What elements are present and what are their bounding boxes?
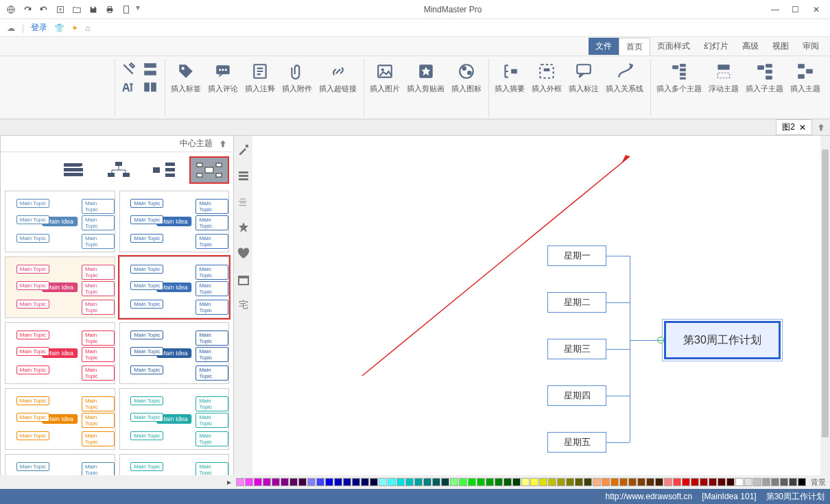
color-swatch[interactable] [566, 478, 574, 486]
rib-format[interactable] [121, 59, 136, 95]
color-swatch[interactable] [468, 478, 476, 486]
color-swatch[interactable] [682, 478, 690, 486]
child-4[interactable]: 星期四 [547, 385, 606, 406]
color-swatch[interactable] [753, 478, 761, 486]
color-swatch[interactable] [637, 478, 645, 486]
theme-card[interactable]: Main IdeaMain TopicMain TopicMain TopicM… [119, 454, 230, 475]
color-swatch[interactable] [503, 478, 512, 486]
color-swatch[interactable] [798, 478, 806, 486]
rib-tag[interactable]: 插入标签 [171, 59, 201, 94]
color-swatch[interactable] [307, 478, 316, 486]
color-swatch[interactable] [254, 478, 262, 486]
color-swatch[interactable] [602, 478, 610, 486]
color-swatch[interactable] [718, 478, 726, 486]
color-swatch[interactable] [619, 478, 628, 486]
child-2[interactable]: 星期二 [547, 292, 606, 313]
color-swatch[interactable] [771, 478, 779, 486]
color-swatch[interactable] [610, 478, 619, 486]
open-icon[interactable] [70, 3, 84, 16]
export-icon[interactable] [54, 3, 67, 16]
color-swatch[interactable] [700, 478, 708, 486]
color-swatch[interactable] [343, 478, 351, 486]
theme-card[interactable]: Main IdeaMain TopicMain TopicMain TopicM… [119, 256, 230, 318]
theme-card[interactable]: Main IdeaMain TopicMain TopicMain TopicM… [5, 388, 115, 450]
list-icon[interactable] [237, 169, 250, 182]
rib-attach[interactable]: 插入附件 [282, 59, 312, 94]
rib-mini[interactable] [143, 59, 158, 95]
layout-radial[interactable] [191, 158, 228, 182]
color-swatch[interactable] [557, 478, 565, 486]
save-icon[interactable] [86, 3, 100, 16]
brush-icon[interactable] [237, 143, 250, 156]
color-swatch[interactable] [361, 478, 369, 486]
star-icon[interactable] [237, 221, 250, 235]
color-swatch[interactable] [379, 478, 387, 486]
color-swatch[interactable] [691, 478, 699, 486]
menu-slide[interactable]: 幻灯片 [697, 38, 735, 55]
theme-card[interactable]: Main IdeaMain TopicMain TopicMain TopicM… [5, 256, 115, 318]
doc-tab[interactable]: 图2✕ [776, 119, 812, 135]
undo-icon[interactable] [37, 3, 51, 16]
globe-icon[interactable] [4, 3, 18, 16]
color-swatch[interactable] [780, 478, 788, 486]
color-swatch[interactable] [245, 478, 253, 486]
cn-char-icon[interactable]: 宅 [239, 299, 248, 311]
color-swatch[interactable] [539, 478, 547, 486]
rib-callout[interactable]: 插入标注 [569, 59, 599, 94]
color-swatch[interactable] [370, 478, 378, 486]
minimize-button[interactable]: — [766, 2, 785, 17]
menu-file[interactable]: 文件 [589, 38, 619, 55]
color-swatch[interactable] [726, 478, 735, 486]
color-swatch[interactable] [673, 478, 681, 486]
color-swatch[interactable] [709, 478, 717, 486]
cloud-icon[interactable]: ☁ [7, 23, 15, 33]
rib-rel[interactable]: 插入关系线 [606, 59, 643, 94]
theme-card[interactable]: Main IdeaMain TopicMain TopicMain TopicM… [119, 322, 230, 384]
color-swatch[interactable] [432, 478, 440, 486]
rib-mark[interactable]: 插入图标 [451, 59, 482, 94]
home-icon[interactable]: ⌂ [85, 23, 90, 33]
canvas[interactable]: 第30周工作计划 星期一 星期二 星期三 星期四 星期五 [252, 136, 830, 475]
color-swatch[interactable] [414, 478, 423, 486]
color-swatch[interactable] [405, 478, 414, 486]
theme-card[interactable]: Main IdeaMain TopicMain TopicMain TopicM… [5, 322, 115, 384]
close-button[interactable]: ✕ [807, 2, 826, 17]
menu-home[interactable]: 首页 [619, 38, 650, 56]
color-swatch[interactable] [530, 478, 538, 486]
color-swatch[interactable] [735, 478, 744, 486]
color-swatch[interactable] [477, 478, 485, 486]
rib-pic[interactable]: 插入图片 [370, 59, 400, 94]
new-icon[interactable] [119, 3, 133, 16]
layout-right[interactable] [145, 158, 182, 182]
rib-comment[interactable]: 插入评论 [208, 59, 238, 94]
color-swatch[interactable] [459, 478, 467, 486]
color-swatch[interactable] [450, 478, 458, 486]
theme-card[interactable]: Main IdeaMain TopicMain TopicMain TopicM… [119, 388, 230, 450]
color-swatch[interactable] [512, 478, 521, 486]
color-swatch[interactable] [316, 478, 324, 486]
color-swatch[interactable] [628, 478, 637, 486]
scrollbar-v[interactable] [820, 136, 830, 475]
color-swatch[interactable] [646, 478, 654, 486]
rib-note[interactable]: 插入注释 [245, 59, 275, 94]
child-5[interactable]: 星期五 [547, 432, 606, 453]
rib-clip[interactable]: 插入剪贴画 [407, 59, 444, 94]
status-url[interactable]: http://www.edrawsoft.cn [606, 492, 693, 501]
color-swatch[interactable] [575, 478, 583, 486]
theme-card[interactable]: Main IdeaMain TopicMain TopicMain TopicM… [5, 191, 115, 252]
close-tab-icon[interactable]: ✕ [799, 123, 806, 132]
color-swatch[interactable] [495, 478, 503, 486]
color-swatch[interactable] [521, 478, 530, 486]
color-swatch[interactable] [352, 478, 360, 486]
color-swatch[interactable] [396, 478, 405, 486]
login-link[interactable]: 登录 [31, 22, 47, 34]
maximize-button[interactable]: ☐ [786, 2, 805, 17]
panel-pin-icon[interactable] [218, 139, 228, 149]
menu-style[interactable]: 页面样式 [650, 38, 697, 55]
color-swatch[interactable] [762, 478, 770, 486]
menu-review[interactable]: 审阅 [796, 38, 826, 55]
color-swatch[interactable] [548, 478, 556, 486]
color-swatch[interactable] [298, 478, 307, 486]
menu-view[interactable]: 视图 [766, 38, 796, 55]
text-icon[interactable]: 亖 [237, 195, 250, 208]
